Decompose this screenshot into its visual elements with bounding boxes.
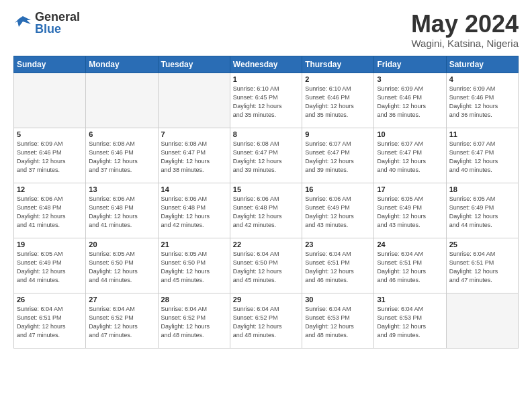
day-info: Sunrise: 6:10 AM Sunset: 6:46 PM Dayligh… (305, 85, 371, 120)
title-block: May 2024 Wagini, Katsina, Nigeria (411, 11, 519, 49)
day-number: 31 (377, 295, 443, 304)
day-number: 26 (17, 295, 83, 304)
day-number: 25 (449, 240, 515, 248)
calendar-cell: 15Sunrise: 6:06 AM Sunset: 6:48 PM Dayli… (230, 183, 302, 238)
calendar-row-0: 1Sunrise: 6:10 AM Sunset: 6:45 PM Daylig… (14, 73, 519, 128)
day-number: 21 (161, 240, 227, 248)
calendar-cell: 28Sunrise: 6:04 AM Sunset: 6:52 PM Dayli… (158, 293, 230, 348)
day-number: 20 (89, 240, 154, 248)
calendar-cell: 6Sunrise: 6:08 AM Sunset: 6:46 PM Daylig… (86, 128, 158, 183)
day-info: Sunrise: 6:07 AM Sunset: 6:47 PM Dayligh… (305, 140, 371, 175)
day-info: Sunrise: 6:05 AM Sunset: 6:50 PM Dayligh… (89, 250, 154, 285)
day-number: 16 (305, 185, 371, 193)
calendar-cell: 21Sunrise: 6:05 AM Sunset: 6:50 PM Dayli… (158, 238, 230, 293)
calendar-cell: 27Sunrise: 6:04 AM Sunset: 6:52 PM Dayli… (86, 293, 158, 348)
calendar-cell: 9Sunrise: 6:07 AM Sunset: 6:47 PM Daylig… (302, 128, 374, 183)
day-info: Sunrise: 6:05 AM Sunset: 6:50 PM Dayligh… (161, 250, 227, 285)
day-info: Sunrise: 6:05 AM Sunset: 6:49 PM Dayligh… (377, 195, 443, 230)
calendar-cell (158, 73, 230, 128)
day-info: Sunrise: 6:05 AM Sunset: 6:49 PM Dayligh… (17, 250, 83, 285)
day-info: Sunrise: 6:06 AM Sunset: 6:48 PM Dayligh… (17, 195, 83, 230)
calendar-table: SundayMondayTuesdayWednesdayThursdayFrid… (13, 56, 519, 349)
calendar-row-1: 5Sunrise: 6:09 AM Sunset: 6:46 PM Daylig… (14, 128, 519, 183)
calendar-cell: 3Sunrise: 6:09 AM Sunset: 6:46 PM Daylig… (374, 73, 446, 128)
logo: General Blue (13, 11, 80, 35)
calendar-cell: 10Sunrise: 6:07 AM Sunset: 6:47 PM Dayli… (374, 128, 446, 183)
day-number: 30 (305, 295, 371, 304)
calendar-header-friday: Friday (374, 56, 446, 73)
calendar-header-sunday: Sunday (14, 56, 86, 73)
day-info: Sunrise: 6:04 AM Sunset: 6:52 PM Dayligh… (161, 305, 227, 340)
day-info: Sunrise: 6:09 AM Sunset: 6:46 PM Dayligh… (449, 85, 515, 120)
day-info: Sunrise: 6:08 AM Sunset: 6:46 PM Dayligh… (89, 140, 154, 175)
day-number: 1 (233, 75, 299, 83)
day-info: Sunrise: 6:06 AM Sunset: 6:48 PM Dayligh… (89, 195, 154, 230)
calendar-cell: 19Sunrise: 6:05 AM Sunset: 6:49 PM Dayli… (14, 238, 86, 293)
logo-text: General Blue (35, 11, 80, 35)
day-number: 8 (233, 130, 299, 138)
calendar-row-4: 26Sunrise: 6:04 AM Sunset: 6:51 PM Dayli… (14, 293, 519, 348)
calendar-cell: 1Sunrise: 6:10 AM Sunset: 6:45 PM Daylig… (230, 73, 302, 128)
day-number: 9 (305, 130, 371, 138)
day-number: 27 (89, 295, 154, 304)
calendar-cell (14, 73, 86, 128)
day-info: Sunrise: 6:06 AM Sunset: 6:48 PM Dayligh… (161, 195, 227, 230)
calendar-cell: 24Sunrise: 6:04 AM Sunset: 6:51 PM Dayli… (374, 238, 446, 293)
day-number: 29 (233, 295, 299, 304)
calendar-header-saturday: Saturday (446, 56, 518, 73)
day-info: Sunrise: 6:07 AM Sunset: 6:47 PM Dayligh… (449, 140, 515, 175)
day-number: 6 (89, 130, 154, 138)
calendar-cell: 22Sunrise: 6:04 AM Sunset: 6:50 PM Dayli… (230, 238, 302, 293)
day-number: 19 (17, 240, 83, 248)
calendar-cell: 30Sunrise: 6:04 AM Sunset: 6:53 PM Dayli… (302, 293, 374, 348)
day-info: Sunrise: 6:04 AM Sunset: 6:51 PM Dayligh… (305, 250, 371, 285)
calendar-subtitle: Wagini, Katsina, Nigeria (411, 38, 519, 49)
calendar-cell (86, 73, 158, 128)
calendar-title: May 2024 (411, 11, 519, 38)
day-number: 10 (377, 130, 443, 138)
day-info: Sunrise: 6:04 AM Sunset: 6:51 PM Dayligh… (449, 250, 515, 285)
day-number: 24 (377, 240, 443, 248)
day-number: 3 (377, 75, 443, 83)
day-info: Sunrise: 6:04 AM Sunset: 6:52 PM Dayligh… (233, 305, 299, 340)
day-number: 4 (449, 75, 515, 83)
day-number: 23 (305, 240, 371, 248)
day-info: Sunrise: 6:06 AM Sunset: 6:49 PM Dayligh… (305, 195, 371, 230)
calendar-cell: 8Sunrise: 6:08 AM Sunset: 6:47 PM Daylig… (230, 128, 302, 183)
day-info: Sunrise: 6:06 AM Sunset: 6:48 PM Dayligh… (233, 195, 299, 230)
calendar-cell: 23Sunrise: 6:04 AM Sunset: 6:51 PM Dayli… (302, 238, 374, 293)
calendar-cell (446, 293, 518, 348)
day-info: Sunrise: 6:08 AM Sunset: 6:47 PM Dayligh… (233, 140, 299, 175)
calendar-header-row: SundayMondayTuesdayWednesdayThursdayFrid… (14, 56, 519, 73)
calendar-cell: 25Sunrise: 6:04 AM Sunset: 6:51 PM Dayli… (446, 238, 518, 293)
day-info: Sunrise: 6:10 AM Sunset: 6:45 PM Dayligh… (233, 85, 299, 120)
day-info: Sunrise: 6:09 AM Sunset: 6:46 PM Dayligh… (377, 85, 443, 120)
day-number: 28 (161, 295, 227, 304)
day-info: Sunrise: 6:07 AM Sunset: 6:47 PM Dayligh… (377, 140, 443, 175)
day-number: 12 (17, 185, 83, 193)
day-info: Sunrise: 6:04 AM Sunset: 6:52 PM Dayligh… (89, 305, 154, 340)
day-number: 22 (233, 240, 299, 248)
day-number: 15 (233, 185, 299, 193)
calendar-header-thursday: Thursday (302, 56, 374, 73)
day-number: 5 (17, 130, 83, 138)
day-number: 11 (449, 130, 515, 138)
page: General Blue May 2024 Wagini, Katsina, N… (0, 0, 532, 411)
logo-bird-icon (13, 13, 32, 32)
logo-blue: Blue (35, 23, 80, 35)
day-info: Sunrise: 6:04 AM Sunset: 6:53 PM Dayligh… (305, 305, 371, 340)
calendar-header-tuesday: Tuesday (158, 56, 230, 73)
day-info: Sunrise: 6:09 AM Sunset: 6:46 PM Dayligh… (17, 140, 83, 175)
calendar-row-3: 19Sunrise: 6:05 AM Sunset: 6:49 PM Dayli… (14, 238, 519, 293)
calendar-cell: 17Sunrise: 6:05 AM Sunset: 6:49 PM Dayli… (374, 183, 446, 238)
logo-general: General (35, 11, 80, 23)
day-number: 7 (161, 130, 227, 138)
calendar-cell: 2Sunrise: 6:10 AM Sunset: 6:46 PM Daylig… (302, 73, 374, 128)
calendar-cell: 26Sunrise: 6:04 AM Sunset: 6:51 PM Dayli… (14, 293, 86, 348)
calendar-cell: 29Sunrise: 6:04 AM Sunset: 6:52 PM Dayli… (230, 293, 302, 348)
calendar-header-wednesday: Wednesday (230, 56, 302, 73)
day-number: 14 (161, 185, 227, 193)
day-info: Sunrise: 6:04 AM Sunset: 6:51 PM Dayligh… (377, 250, 443, 285)
day-number: 18 (449, 185, 515, 193)
calendar-header-monday: Monday (86, 56, 158, 73)
